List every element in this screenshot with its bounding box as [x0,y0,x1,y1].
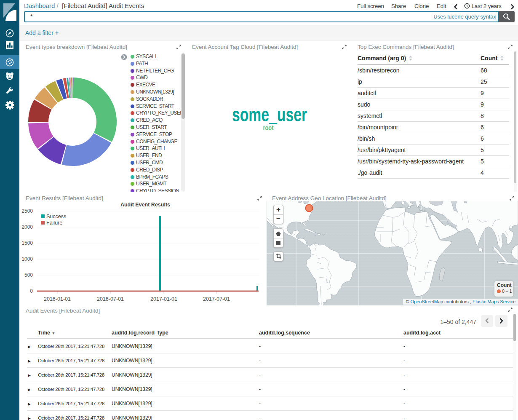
svg-text:Success: Success [46,214,66,219]
svg-text:2000: 2000 [21,224,33,230]
svg-text:Audit Event Results: Audit Event Results [120,202,170,208]
svg-text:2017-07-01: 2017-07-01 [203,296,230,302]
svg-text:2017-01-01: 2017-01-01 [150,296,177,302]
svg-text:2016-01-01: 2016-01-01 [44,296,71,302]
svg-text:some_user: some_user [232,104,307,126]
svg-text:root: root [263,124,274,132]
svg-text:1000: 1000 [21,256,33,262]
svg-text:500: 500 [24,272,33,278]
svg-text:Failure: Failure [46,220,62,226]
svg-text:2016-07-01: 2016-07-01 [97,296,124,302]
svg-text:2500: 2500 [21,208,33,214]
svg-text:0: 0 [30,288,33,294]
svg-text:1500: 1500 [21,240,33,246]
